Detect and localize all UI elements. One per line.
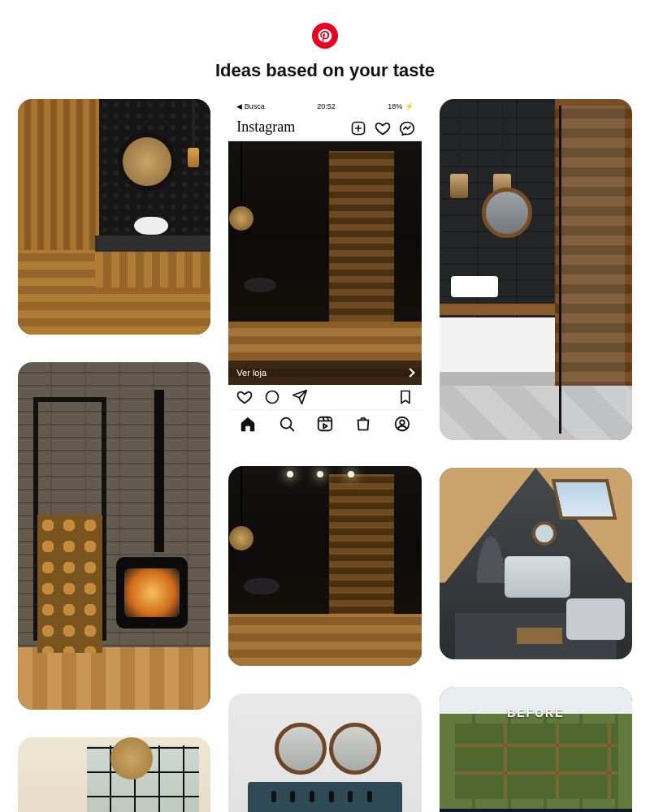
status-battery: 18% ⚡ [388, 102, 414, 110]
illustration [451, 276, 498, 297]
pin-card[interactable]: ◀ Busca 20:52 18% ⚡ Instagram [228, 99, 421, 438]
illustration [192, 99, 195, 156]
illustration [154, 390, 164, 552]
illustration [271, 791, 276, 802]
illustration [466, 502, 515, 583]
status-back: ◀ Busca [236, 102, 265, 110]
grid-column: ◀ Busca 20:52 18% ⚡ Instagram [228, 99, 421, 812]
profile-icon [393, 415, 411, 433]
page-title: Ideas based on your taste [215, 60, 435, 81]
new-post-icon [350, 120, 365, 135]
illustration [559, 106, 625, 433]
illustration [228, 614, 421, 666]
illustration [118, 132, 176, 191]
illustration [566, 598, 624, 641]
grid-column [18, 99, 210, 812]
illustration [329, 791, 334, 802]
illustration [348, 791, 353, 802]
illustration [317, 471, 323, 477]
pin-card[interactable]: •••• 11:48 PM ▮ [440, 99, 632, 440]
grid-column: •••• 11:48 PM ▮ [440, 99, 632, 812]
illustration [440, 317, 555, 372]
page-header: Ideas based on your taste [0, 0, 650, 91]
illustration [501, 99, 503, 180]
search-icon [278, 415, 296, 433]
illustration [240, 466, 242, 534]
illustration [240, 141, 242, 214]
chevron-right-icon [405, 368, 414, 377]
illustration [287, 471, 293, 477]
heart-icon [375, 120, 389, 135]
illustration [37, 515, 102, 653]
illustration [440, 304, 555, 315]
illustration [552, 479, 618, 520]
pin-card[interactable] [440, 468, 632, 659]
post-image: Ver loja [228, 141, 421, 385]
home-icon [239, 415, 257, 433]
pin-card[interactable] [18, 99, 210, 335]
illustration [367, 791, 372, 802]
svg-point-2 [280, 417, 291, 428]
reels-icon [316, 415, 334, 433]
illustration [134, 217, 168, 235]
pin-grid: ◀ Busca 20:52 18% ⚡ Instagram [0, 91, 650, 812]
pin-card[interactable] [18, 362, 210, 710]
post-actions [228, 385, 421, 409]
illustration [440, 809, 632, 812]
illustration [244, 278, 276, 292]
illustration [482, 188, 532, 238]
illustration [440, 687, 632, 809]
pin-card[interactable] [228, 693, 421, 812]
heart-icon [236, 389, 253, 405]
illustration [517, 628, 562, 644]
illustration [18, 647, 210, 710]
app-brand: Instagram [236, 119, 295, 136]
illustration [116, 557, 188, 628]
pin-card[interactable]: BEFORE AFTER [440, 687, 632, 812]
before-label: BEFORE [440, 706, 632, 719]
bookmark-icon [397, 389, 414, 405]
illustration [290, 791, 295, 802]
illustration [110, 737, 153, 780]
phone-status-bar: ◀ Busca 20:52 18% ⚡ [228, 99, 421, 114]
comment-icon [264, 389, 280, 405]
share-icon [292, 389, 308, 405]
shop-tag: Ver loja [228, 361, 421, 385]
illustration [329, 723, 381, 775]
pinterest-logo[interactable] [312, 23, 338, 49]
topbar-actions [350, 120, 414, 135]
shop-label: Ver loja [236, 368, 266, 378]
svg-rect-3 [318, 417, 332, 430]
shop-icon [354, 415, 372, 433]
illustration [95, 235, 210, 252]
svg-point-5 [400, 420, 405, 425]
pinterest-icon [317, 28, 333, 44]
illustration [244, 578, 280, 594]
app-topbar: Instagram [228, 114, 421, 141]
illustration [458, 99, 460, 180]
status-time: 20:52 [317, 102, 336, 110]
pin-card[interactable] [228, 466, 421, 666]
illustration [310, 791, 314, 802]
illustration [532, 521, 557, 546]
pin-card[interactable] [18, 737, 210, 812]
app-tabbar [228, 409, 421, 437]
illustration [275, 723, 327, 775]
svg-point-1 [266, 391, 279, 404]
messenger-icon [399, 120, 414, 135]
